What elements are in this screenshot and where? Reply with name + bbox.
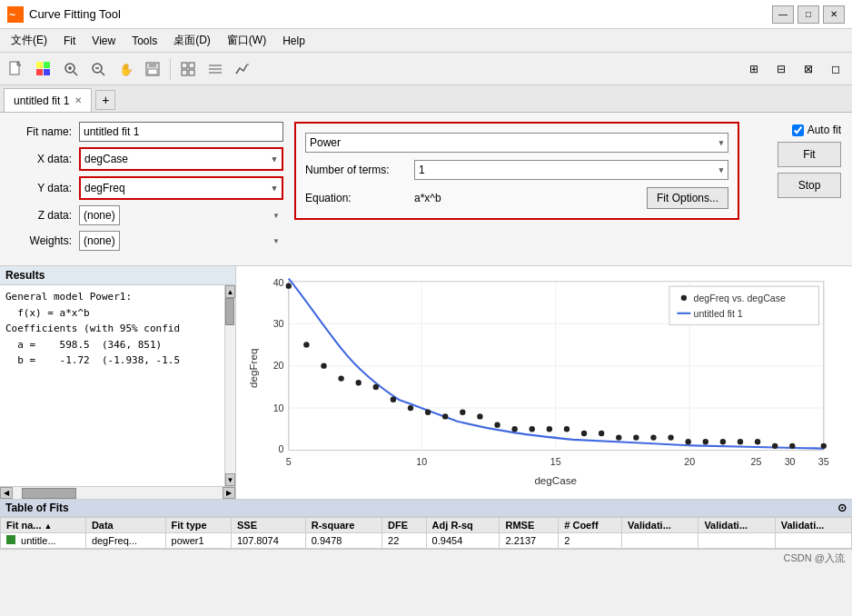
toolbar-new[interactable]: [4, 56, 29, 82]
svg-text:~: ~: [9, 9, 15, 22]
menu-desktop[interactable]: 桌面(D): [166, 31, 218, 50]
col-val2[interactable]: Validati...: [698, 518, 775, 533]
hscroll-track: [13, 487, 223, 499]
close-button[interactable]: ✕: [823, 5, 845, 24]
z-data-select[interactable]: (none): [79, 205, 120, 225]
data-point: [599, 431, 604, 436]
col-data[interactable]: Data: [85, 518, 165, 533]
menu-tools[interactable]: Tools: [124, 33, 164, 49]
data-point: [460, 410, 465, 415]
svg-text:degCase: degCase: [534, 474, 577, 486]
stop-button[interactable]: Stop: [778, 173, 841, 198]
z-data-select-wrapper: (none): [79, 205, 283, 225]
fit-name-input[interactable]: [79, 122, 283, 142]
window-controls: — □ ✕: [772, 5, 845, 24]
fit-type-select-wrapper: Power ▼: [305, 133, 728, 153]
svg-rect-4: [36, 62, 43, 68]
svg-text:25: 25: [751, 457, 762, 468]
toolbar-zoom-in[interactable]: [58, 56, 84, 82]
svg-text:degFreq: degFreq: [247, 349, 259, 388]
col-val3[interactable]: Validati...: [775, 518, 851, 533]
left-form: Fit name: X data: degCase ▼ Y data: degF…: [11, 122, 283, 256]
col-coeff[interactable]: # Coeff: [559, 518, 622, 533]
toolbar-pan[interactable]: ✋: [113, 56, 138, 82]
equation-row: Equation: a*x^b Fit Options...: [305, 187, 728, 209]
svg-text:35: 35: [818, 457, 829, 468]
fit-button[interactable]: Fit: [778, 142, 841, 167]
fit-options-button[interactable]: Fit Options...: [647, 187, 728, 209]
status-text: CSDN @入流: [784, 551, 845, 565]
row-sse: 107.8074: [231, 533, 305, 549]
col-rsquare[interactable]: R-square: [305, 518, 381, 533]
minimize-button[interactable]: —: [772, 5, 794, 24]
toolbar-save[interactable]: [140, 56, 165, 82]
z-data-row: Z data: (none): [11, 205, 283, 225]
z-data-label: Z data:: [11, 209, 79, 222]
col-fit-type[interactable]: Fit type: [165, 518, 231, 533]
hscroll-left-arrow[interactable]: ◀: [0, 487, 13, 499]
add-tab-button[interactable]: +: [95, 90, 115, 110]
x-data-select[interactable]: degCase: [81, 149, 282, 169]
menu-fit[interactable]: Fit: [56, 33, 83, 49]
svg-line-13: [101, 72, 104, 75]
table-header-row: Fit na... ▲ Data Fit type SSE R-square D…: [1, 518, 852, 533]
hscroll-thumb[interactable]: [22, 488, 76, 499]
toolbar-grid2[interactable]: [203, 56, 228, 82]
col-sse[interactable]: SSE: [231, 518, 305, 533]
scroll-thumb[interactable]: [225, 298, 234, 325]
menu-window[interactable]: 窗口(W): [220, 31, 273, 50]
svg-line-9: [74, 72, 77, 75]
scroll-up-arrow[interactable]: ▲: [225, 285, 235, 298]
maximize-button[interactable]: □: [798, 5, 819, 24]
col-dfe[interactable]: DFE: [382, 518, 427, 533]
scroll-down-arrow[interactable]: ▼: [225, 473, 235, 486]
toolbar-stats[interactable]: [230, 56, 255, 82]
menu-file[interactable]: 文件(E): [4, 31, 54, 50]
title-bar: ~ Curve Fitting Tool — □ ✕: [0, 0, 852, 29]
menu-help[interactable]: Help: [275, 33, 312, 49]
data-point: [425, 410, 431, 415]
toolbar-layout1[interactable]: ⊞: [741, 56, 767, 82]
menu-view[interactable]: View: [84, 33, 123, 49]
data-point: [477, 413, 482, 419]
toolbar-layout4[interactable]: ◻: [823, 56, 848, 82]
weights-select[interactable]: (none): [79, 231, 120, 251]
data-point: [442, 413, 448, 419]
y-data-select-wrapper: degFreq ▼: [79, 176, 283, 200]
table-collapse-icon[interactable]: ⊙: [837, 502, 847, 514]
col-rmse[interactable]: RMSE: [500, 518, 559, 533]
toolbar-layout3[interactable]: ⊠: [796, 56, 821, 82]
data-point: [772, 443, 778, 449]
data-point: [321, 363, 326, 368]
data-point: [821, 443, 827, 449]
hscroll-right-arrow[interactable]: ▶: [223, 487, 235, 499]
svg-rect-21: [182, 70, 187, 75]
row-rmse: 2.2137: [500, 533, 559, 549]
svg-rect-19: [182, 63, 187, 68]
svg-text:✋: ✋: [119, 62, 134, 77]
tab-untitled-fit-1[interactable]: untitled fit 1 ✕: [4, 88, 92, 112]
data-point: [286, 283, 292, 288]
num-terms-select[interactable]: 1: [414, 160, 728, 180]
toolbar-layout2[interactable]: ⊟: [768, 56, 794, 82]
y-data-select[interactable]: degFreq: [81, 178, 282, 198]
svg-rect-22: [189, 70, 194, 75]
legend-data-label: degFreq vs. degCase: [694, 293, 787, 303]
toolbar-color[interactable]: [31, 56, 56, 82]
equation-value: a*x^b: [414, 192, 441, 204]
data-point: [616, 434, 621, 440]
toolbar-zoom-out[interactable]: [85, 56, 111, 82]
col-fit-name[interactable]: Fit na... ▲: [1, 518, 86, 533]
auto-fit-checkbox[interactable]: [792, 124, 804, 136]
sort-arrow-fit-name: ▲: [45, 522, 53, 531]
results-text: General model Power1: f(x) = a*x^b Coeff…: [5, 289, 219, 369]
row-val3: [775, 533, 851, 549]
toolbar-grid1[interactable]: [175, 56, 201, 82]
col-val1[interactable]: Validati...: [622, 518, 698, 533]
col-adj-rsq[interactable]: Adj R-sq: [426, 518, 500, 533]
row-adj-rsq: 0.9454: [426, 533, 500, 549]
tab-close-icon[interactable]: ✕: [74, 95, 82, 105]
fit-type-select[interactable]: Power: [305, 133, 728, 153]
svg-rect-7: [44, 69, 50, 75]
data-point: [755, 439, 760, 444]
